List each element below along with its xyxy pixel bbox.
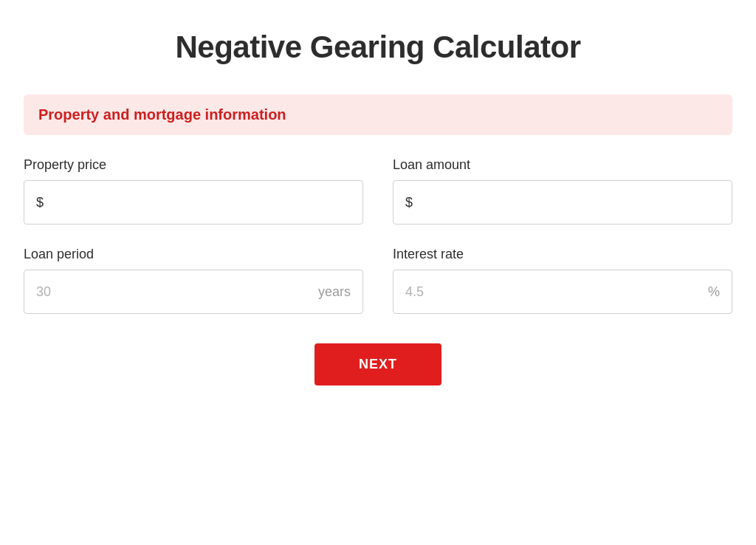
next-button-container: NEXT (24, 343, 732, 385)
property-price-label: Property price (24, 157, 363, 173)
section-header-title: Property and mortgage information (38, 106, 286, 123)
loan-period-input[interactable] (36, 284, 318, 300)
loan-amount-input-wrapper: $ (393, 180, 732, 224)
page-title: Negative Gearing Calculator (24, 30, 732, 65)
property-price-input-wrapper: $ (24, 180, 363, 224)
interest-rate-field: Interest rate % (393, 247, 732, 314)
property-price-field: Property price $ (24, 157, 363, 224)
interest-rate-label: Interest rate (393, 247, 732, 262)
loan-amount-input[interactable] (419, 195, 720, 210)
loan-period-suffix: years (318, 284, 351, 300)
loan-period-field: Loan period years (24, 247, 363, 314)
loan-amount-label: Loan amount (393, 157, 732, 173)
next-button[interactable]: NEXT (315, 343, 441, 385)
loan-amount-prefix: $ (405, 195, 413, 210)
section-header: Property and mortgage information (24, 95, 732, 135)
calculator-container: Negative Gearing Calculator Property and… (24, 30, 732, 385)
property-price-prefix: $ (36, 195, 44, 210)
interest-rate-input-wrapper: % (393, 270, 732, 314)
loan-period-label: Loan period (24, 247, 363, 262)
loan-amount-field: Loan amount $ (393, 157, 732, 224)
property-price-input[interactable] (49, 195, 351, 210)
form-grid: Property price $ Loan amount $ Loan peri… (24, 157, 732, 314)
loan-period-input-wrapper: years (24, 270, 363, 314)
interest-rate-suffix: % (708, 284, 720, 300)
interest-rate-input[interactable] (405, 284, 708, 300)
